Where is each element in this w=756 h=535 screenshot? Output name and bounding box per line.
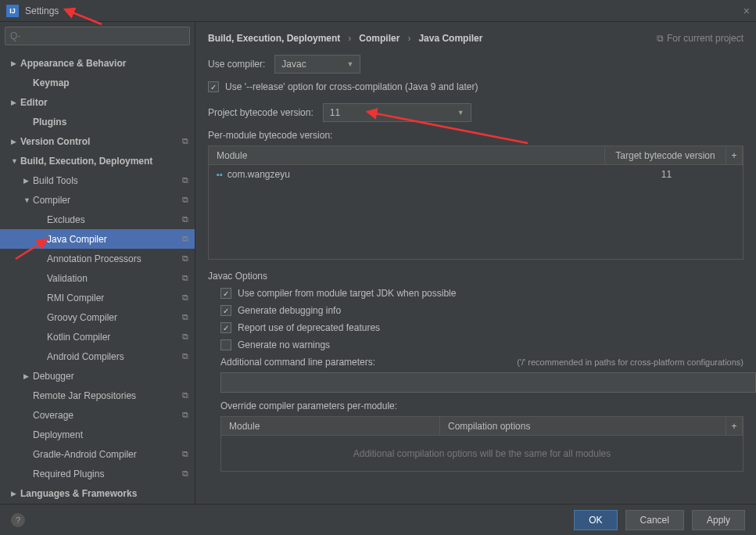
tree-item-label: Gradle-Android Compiler [33,449,182,460]
tree-item-appearance-behavior[interactable]: ▶Appearance & Behavior [0,53,195,73]
tree-item-label: Groovy Compiler [47,312,182,323]
tree-item-label: Keymap [33,77,195,88]
copy-icon: ⧉ [182,234,188,244]
tree-item-excludes[interactable]: ▶Excludes⧉ [0,210,195,229]
expand-arrow-icon: ▶ [11,99,19,106]
expand-arrow-icon: ▼ [23,196,31,204]
checkbox-label: Report use of deprecated features [238,322,380,333]
expand-arrow-icon: ▼ [11,157,19,165]
tree-item-label: Java Compiler [47,234,182,245]
chevron-right-icon: › [348,33,351,44]
checkbox-label: Generate debugging info [238,305,341,316]
tree-item-label: Validation [47,273,182,284]
override-header-module[interactable]: Module [221,417,440,435]
titlebar: IJ Settings × [0,0,756,22]
project-bytecode-dropdown[interactable]: 11 ▼ [323,103,471,122]
tree-item-languages-frameworks[interactable]: ▶Languages & Frameworks [0,483,195,503]
breadcrumb-part: Java Compiler [418,33,482,44]
no-warnings-checkbox[interactable] [220,339,231,350]
tree-item-label: Languages & Frameworks [20,488,195,499]
tree-item-android-compilers[interactable]: ▶Android Compilers⧉ [0,346,195,366]
use-compiler-label: Use compiler: [208,59,265,70]
copy-icon: ⧉ [182,136,188,146]
tree-item-label: Debugger [33,371,195,382]
chevron-down-icon: ▼ [457,109,464,117]
search-input[interactable] [5,27,190,45]
cancel-button[interactable]: Cancel [625,510,684,530]
tree-item-required-plugins[interactable]: ▶Required Plugins⧉ [0,464,195,483]
tree-item-deployment[interactable]: ▶Deployment [0,425,195,444]
tree-item-label: Kotlin Compiler [47,332,182,343]
chevron-right-icon: › [407,33,410,44]
add-override-button[interactable]: + [726,417,743,435]
copy-icon: ⧉ [182,312,188,322]
cmdline-input[interactable] [220,372,756,393]
tree-item-rmi-compiler[interactable]: ▶RMI Compiler⧉ [0,288,195,307]
override-header-opts[interactable]: Compilation options [440,417,726,435]
tree-item-label: Deployment [33,429,195,440]
expand-arrow-icon: ▶ [23,372,31,380]
copy-icon: ⧉ [182,175,188,185]
expand-arrow-icon: ▶ [23,177,31,185]
tree-item-coverage[interactable]: ▶Coverage⧉ [0,405,195,425]
help-icon[interactable]: ? [11,513,25,527]
generate-debug-checkbox[interactable] [220,305,231,316]
copy-icon: ⧉ [182,293,188,303]
tree-item-label: Build, Execution, Deployment [20,156,195,167]
tree-item-keymap[interactable]: ▶Keymap [0,73,195,92]
sidebar: ▶Appearance & Behavior▶Keymap▶Editor▶Plu… [0,22,195,504]
copy-icon: ⧉ [182,332,188,342]
tree-item-label: Android Compilers [47,351,182,362]
copy-icon: ⧉ [182,449,188,459]
per-module-label: Per-module bytecode version: [208,130,743,141]
tree-item-groovy-compiler[interactable]: ▶Groovy Compiler⧉ [0,307,195,327]
checkbox-label: Use compiler from module target JDK when… [238,288,456,299]
breadcrumb-part: Compiler [359,33,399,44]
tree-item-version-control[interactable]: ▶Version Control⧉ [0,131,195,151]
tree-item-build-tools[interactable]: ▶Build Tools⧉ [0,171,195,190]
folder-icon: ▪▪ [217,170,223,179]
tree-item-validation[interactable]: ▶Validation⧉ [0,268,195,288]
tree-item-compiler[interactable]: ▼Compiler⧉ [0,190,195,210]
tree-item-java-compiler[interactable]: ▶Java Compiler⧉ [0,229,195,249]
add-module-button[interactable]: + [726,146,743,164]
table-header-target[interactable]: Target bytecode version [605,146,726,164]
table-row[interactable]: ▪▪com.wangzeyu11 [209,165,743,184]
release-option-label: Use '--release' option for cross-compila… [225,81,478,92]
copy-icon: ⧉ [182,351,188,361]
close-icon[interactable]: × [743,5,750,17]
copy-icon: ⧉ [182,469,188,479]
chevron-down-icon: ▼ [346,60,353,68]
tree-item-label: Build Tools [33,175,182,186]
cmdline-hint: ('/' recommended in paths for cross-plat… [391,357,743,367]
tree-item-tools[interactable]: ▶Tools [0,503,195,504]
tree-item-label: Annotation Processors [47,253,182,264]
deprecated-checkbox[interactable] [220,322,231,333]
use-compiler-dropdown[interactable]: Javac ▼ [274,55,360,74]
tree-item-debugger[interactable]: ▶Debugger [0,366,195,386]
table-header-module[interactable]: Module [209,146,605,164]
breadcrumb-part: Build, Execution, Deployment [208,33,340,44]
apply-button[interactable]: Apply [692,510,745,530]
tree-item-label: Coverage [33,410,182,421]
main-panel: Build, Execution, Deployment › Compiler … [195,22,756,504]
ok-button[interactable]: OK [574,510,617,530]
tree-item-annotation-processors[interactable]: ▶Annotation Processors⧉ [0,249,195,268]
tree-item-label: Editor [20,97,195,108]
per-module-table: Module Target bytecode version + ▪▪com.w… [208,145,743,260]
tree-item-remote-jar-repositories[interactable]: ▶Remote Jar Repositories⧉ [0,386,195,405]
release-option-checkbox[interactable] [208,81,219,92]
copy-icon: ⧉ [182,214,188,224]
tree-item-gradle-android-compiler[interactable]: ▶Gradle-Android Compiler⧉ [0,444,195,464]
use-module-jdk-checkbox[interactable] [220,288,231,299]
override-label: Override compiler parameters per-module: [220,400,743,411]
tree-item-plugins[interactable]: ▶Plugins [0,112,195,131]
window-title: Settings [25,5,59,16]
copy-icon: ⧉ [657,33,664,44]
tree-item-build-execution-deployment[interactable]: ▼Build, Execution, Deployment [0,151,195,171]
tree-item-editor[interactable]: ▶Editor [0,92,195,112]
settings-tree: ▶Appearance & Behavior▶Keymap▶Editor▶Plu… [0,50,195,504]
tree-item-kotlin-compiler[interactable]: ▶Kotlin Compiler⧉ [0,327,195,346]
tree-item-label: Excludes [47,214,182,225]
tree-item-label: Plugins [33,117,195,127]
